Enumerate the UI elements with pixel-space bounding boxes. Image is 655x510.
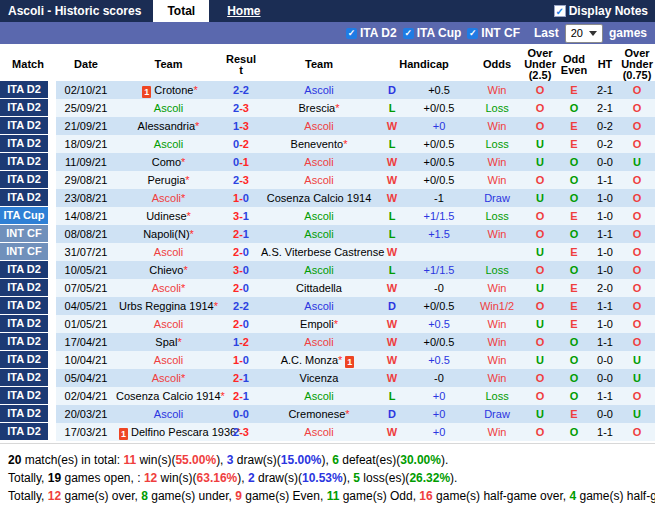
odd-even: E: [557, 135, 591, 153]
handicap-value: +1/1.5: [407, 207, 471, 225]
league-badge: ITA D2: [0, 333, 48, 351]
ht-over-under-075: O: [619, 279, 655, 297]
asterisk-marker: *: [343, 138, 347, 150]
ht-over-under-075: O: [619, 81, 655, 99]
table-row: ITA D205/04/21Ascoli*2-1VicenzaW-0WinOO0…: [0, 369, 655, 387]
league-badge: ITA D2: [0, 117, 48, 135]
match-date: 25/09/21: [56, 99, 116, 117]
away-team: Ascoli: [261, 387, 377, 405]
games-count-select[interactable]: 20: [565, 24, 603, 43]
filter-ita-d2[interactable]: ✓ ITA D2: [346, 26, 397, 40]
table-row: ITA D207/05/21Ascoli*2-0CittadellaW-0Win…: [0, 279, 655, 297]
over-under-25: U: [523, 153, 557, 171]
away-goals: 1: [243, 390, 249, 402]
col-result: Result: [221, 48, 261, 81]
odd-even: E: [557, 405, 591, 423]
half-time-score: 1-1: [591, 387, 619, 405]
team-name: Chievo: [149, 264, 183, 276]
asterisk-marker: *: [183, 264, 187, 276]
asterisk-marker: *: [335, 102, 339, 114]
away-team: Vicenza: [261, 369, 377, 387]
away-goals: 0: [243, 354, 249, 366]
match-date: 08/08/21: [56, 225, 116, 243]
result-score: 2-1: [221, 369, 261, 387]
table-row: ITA D202/04/21Cosenza Calcio 1914*2-1Asc…: [0, 387, 655, 405]
team-name: Udinese: [146, 210, 186, 222]
team-name: Spal: [155, 336, 177, 348]
checkbox-checked-icon[interactable]: ✓: [346, 28, 357, 39]
match-date: 21/09/21: [56, 117, 116, 135]
handicap-value: -0: [407, 279, 471, 297]
over-under-25: U: [523, 315, 557, 333]
handicap-value: +0.5: [407, 315, 471, 333]
result-letter: L: [377, 135, 407, 153]
team-name: Vicenza: [300, 372, 339, 384]
team-name: Cosenza Calcio 1914: [267, 192, 372, 204]
odd-even: O: [557, 369, 591, 387]
handicap-value: +0.5: [407, 351, 471, 369]
team-name: Alessandria: [138, 120, 195, 132]
result-score: 0-1: [221, 153, 261, 171]
checkbox-checked-icon[interactable]: ✓: [403, 28, 414, 39]
away-goals: 1: [243, 156, 249, 168]
team-name: Ascoli: [304, 390, 333, 402]
table-row: ITA D217/04/21Spal*1-2AscoliW+0/0.5WinOO…: [0, 333, 655, 351]
away-team: Ascoli: [261, 297, 377, 315]
checkbox-checked-icon[interactable]: ✓: [467, 28, 478, 39]
handicap-value: +0/0.5: [407, 153, 471, 171]
result-letter: L: [377, 99, 407, 117]
filter-label: INT CF: [481, 26, 520, 40]
handicap-value: +0/0.5: [407, 171, 471, 189]
asterisk-marker: *: [181, 372, 185, 384]
result-score: 1-0: [221, 189, 261, 207]
team-name: Ascoli: [304, 228, 333, 240]
filter-ita-cup[interactable]: ✓ ITA Cup: [403, 26, 462, 40]
over-under-25: O: [523, 369, 557, 387]
title-bar: Ascoli - Historic scores Total Home ✓ Di…: [0, 0, 655, 22]
match-date: 18/09/21: [56, 135, 116, 153]
team-name: Napoli(N): [143, 228, 189, 240]
home-team: Como*: [116, 153, 221, 171]
filter-bar: ✓ ITA D2 ✓ ITA Cup ✓ INT CF Last 20 game…: [0, 22, 655, 44]
table-row: ITA D211/09/21Como*0-1AscoliW+0/0.5WinUO…: [0, 153, 655, 171]
scores-table: Match Date Team Result Team Handicap Odd…: [0, 48, 655, 441]
handicap-value: +0: [407, 405, 471, 423]
handicap-value: +0/0.5: [407, 297, 471, 315]
table-header-row: Match Date Team Result Team Handicap Odd…: [0, 48, 655, 81]
tab-total[interactable]: Total: [153, 0, 209, 22]
home-team: Udinese*: [116, 207, 221, 225]
result-letter: W: [377, 171, 407, 189]
team-name: Cosenza Calcio 1914: [116, 390, 221, 402]
league-badge: ITA D2: [0, 135, 48, 153]
over-under-25: O: [523, 225, 557, 243]
odds-result: Win: [471, 369, 523, 387]
away-goals: 2: [243, 300, 249, 312]
handicap-value: +0: [407, 117, 471, 135]
away-goals: 0: [243, 264, 249, 276]
home-team: Ascoli*: [116, 279, 221, 297]
team-name: Ascoli: [152, 282, 181, 294]
filter-int-cf[interactable]: ✓ INT CF: [467, 26, 520, 40]
display-notes-toggle[interactable]: ✓ Display Notes: [554, 4, 655, 18]
team-name: Cremonese: [288, 408, 345, 420]
tab-home[interactable]: Home: [213, 0, 274, 22]
ht-over-under-075: O: [619, 315, 655, 333]
team-name: Brescia: [299, 102, 336, 114]
half-time-score: 1-1: [591, 333, 619, 351]
result-letter: W: [377, 423, 407, 441]
team-name: Ascoli: [304, 336, 333, 348]
table-row: ITA D210/04/21Ascoli1-0A.C. Monza*1W+0.5…: [0, 351, 655, 369]
away-goals: 1: [243, 228, 249, 240]
half-time-score: 1-1: [591, 297, 619, 315]
checkbox-checked-icon[interactable]: ✓: [554, 5, 566, 17]
odds-result: Loss: [471, 99, 523, 117]
over-under-25: U: [523, 351, 557, 369]
handicap-value: +0: [407, 387, 471, 405]
league-badge: ITA D2: [0, 279, 48, 297]
table-body: ITA D202/10/211Crotone*2-2AscoliD+0.5Win…: [0, 81, 655, 441]
odds-result: Win: [471, 153, 523, 171]
ht-over-under-075: O: [619, 261, 655, 279]
home-team: Cosenza Calcio 1914*: [116, 387, 221, 405]
away-goals: 1: [243, 210, 249, 222]
handicap-value: [407, 243, 471, 261]
